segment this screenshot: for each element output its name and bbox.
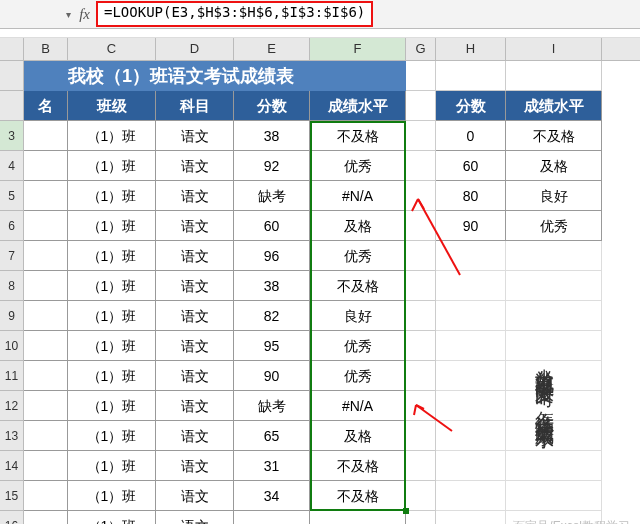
cell-score[interactable]: 65 xyxy=(234,421,310,451)
cell-name[interactable] xyxy=(24,361,68,391)
cell-subject[interactable]: 语文 xyxy=(156,391,234,421)
cell-blank[interactable] xyxy=(506,421,602,451)
cell-name[interactable] xyxy=(24,451,68,481)
cell-blank[interactable] xyxy=(436,241,506,271)
cell-subject[interactable]: 语文 xyxy=(156,241,234,271)
cell-name[interactable] xyxy=(24,511,68,524)
cell-class[interactable]: （1）班 xyxy=(68,181,156,211)
cell-level[interactable]: #N/A xyxy=(310,181,406,211)
row-header[interactable]: 4 xyxy=(0,151,24,181)
column-header-I[interactable]: I xyxy=(506,38,602,60)
column-header-D[interactable]: D xyxy=(156,38,234,60)
cell-blank[interactable] xyxy=(406,241,436,271)
cell-subject[interactable]: 语文 xyxy=(156,451,234,481)
cell-name[interactable] xyxy=(24,241,68,271)
lookup-score[interactable]: 0 xyxy=(436,121,506,151)
cell-subject[interactable]: 语文 xyxy=(156,481,234,511)
cell-blank[interactable] xyxy=(436,481,506,511)
cell-level[interactable]: 不及格 xyxy=(310,121,406,151)
cell-name[interactable] xyxy=(24,211,68,241)
cell-score[interactable]: 92 xyxy=(234,151,310,181)
column-header-C[interactable]: C xyxy=(68,38,156,60)
cell-class[interactable]: （1）班 xyxy=(68,241,156,271)
lookup-level[interactable]: 优秀 xyxy=(506,211,602,241)
lookup-level[interactable]: 不及格 xyxy=(506,121,602,151)
cell-blank[interactable] xyxy=(406,421,436,451)
cell-class[interactable]: （1）班 xyxy=(68,361,156,391)
cell-subject[interactable]: 语文 xyxy=(156,421,234,451)
cell-blank[interactable] xyxy=(436,451,506,481)
cell-class[interactable]: （1）班 xyxy=(68,121,156,151)
row-header[interactable]: 13 xyxy=(0,421,24,451)
cell-name[interactable] xyxy=(24,331,68,361)
cell-score[interactable]: 34 xyxy=(234,481,310,511)
cell-name[interactable] xyxy=(24,301,68,331)
cell-name[interactable] xyxy=(24,181,68,211)
cell-class[interactable]: （1）班 xyxy=(68,511,156,524)
cell-level[interactable]: 不及格 xyxy=(310,481,406,511)
cell-score[interactable]: 82 xyxy=(234,301,310,331)
cell-score[interactable]: 缺考 xyxy=(234,391,310,421)
cell-blank[interactable] xyxy=(436,511,506,524)
cell-blank[interactable] xyxy=(406,331,436,361)
row-header[interactable]: 6 xyxy=(0,211,24,241)
cell-subject[interactable]: 语文 xyxy=(156,121,234,151)
cell-blank[interactable] xyxy=(506,271,602,301)
cell-level[interactable]: #N/A xyxy=(310,391,406,421)
row-header[interactable]: 10 xyxy=(0,331,24,361)
cell-level[interactable] xyxy=(310,511,406,524)
lookup-score[interactable]: 80 xyxy=(436,181,506,211)
row-header[interactable]: 12 xyxy=(0,391,24,421)
cell-subject[interactable]: 语文 xyxy=(156,271,234,301)
cell-blank[interactable] xyxy=(406,481,436,511)
row-header[interactable]: 14 xyxy=(0,451,24,481)
row-header[interactable]: 5 xyxy=(0,181,24,211)
cell-level[interactable]: 优秀 xyxy=(310,241,406,271)
lookup-level[interactable]: 及格 xyxy=(506,151,602,181)
cell-score[interactable]: 38 xyxy=(234,271,310,301)
cell-blank[interactable] xyxy=(506,241,602,271)
row-header[interactable]: 15 xyxy=(0,481,24,511)
column-header-E[interactable]: E xyxy=(234,38,310,60)
cell-score[interactable]: 38 xyxy=(234,121,310,151)
lookup-score[interactable]: 90 xyxy=(436,211,506,241)
cell-score[interactable]: 96 xyxy=(234,241,310,271)
cell-score[interactable] xyxy=(234,511,310,524)
fx-icon[interactable]: fx xyxy=(79,6,90,23)
cell-blank[interactable] xyxy=(406,361,436,391)
cell-class[interactable]: （1）班 xyxy=(68,301,156,331)
cell-subject[interactable]: 语文 xyxy=(156,361,234,391)
column-header-B[interactable]: B xyxy=(24,38,68,60)
row-header[interactable]: 16 xyxy=(0,511,24,524)
cell-class[interactable]: （1）班 xyxy=(68,211,156,241)
formula-input[interactable]: =LOOKUP(E3,$H$3:$H$6,$I$3:$I$6) xyxy=(96,1,373,27)
row-header[interactable]: 7 xyxy=(0,241,24,271)
cell-name[interactable] xyxy=(24,481,68,511)
cell-blank[interactable] xyxy=(506,481,602,511)
cell-class[interactable]: （1）班 xyxy=(68,421,156,451)
row-header[interactable]: 9 xyxy=(0,301,24,331)
cell-name[interactable] xyxy=(24,421,68,451)
cell-blank[interactable] xyxy=(436,301,506,331)
lookup-score[interactable]: 60 xyxy=(436,151,506,181)
column-header-F[interactable]: F xyxy=(310,38,406,60)
row-header[interactable] xyxy=(0,91,24,121)
cell-score[interactable]: 缺考 xyxy=(234,181,310,211)
cell-subject[interactable]: 语文 xyxy=(156,181,234,211)
cell-level[interactable]: 优秀 xyxy=(310,361,406,391)
cell-subject[interactable]: 语文 xyxy=(156,511,234,524)
cell-blank[interactable] xyxy=(406,181,436,211)
cell-score[interactable]: 31 xyxy=(234,451,310,481)
spreadsheet-grid[interactable]: 我校（1）班语文考试成绩表 名 班级 科目 分数 成绩水平 分数 成绩水平 3（… xyxy=(0,61,640,524)
cell-blank[interactable] xyxy=(406,391,436,421)
cell-blank[interactable] xyxy=(406,301,436,331)
cell-level[interactable]: 良好 xyxy=(310,301,406,331)
cell-subject[interactable]: 语文 xyxy=(156,211,234,241)
row-header[interactable]: 8 xyxy=(0,271,24,301)
cell-class[interactable]: （1）班 xyxy=(68,481,156,511)
cell-class[interactable]: （1）班 xyxy=(68,331,156,361)
cell-blank[interactable] xyxy=(406,451,436,481)
cell-level[interactable]: 不及格 xyxy=(310,271,406,301)
lookup-level[interactable]: 良好 xyxy=(506,181,602,211)
cell-level[interactable]: 优秀 xyxy=(310,151,406,181)
